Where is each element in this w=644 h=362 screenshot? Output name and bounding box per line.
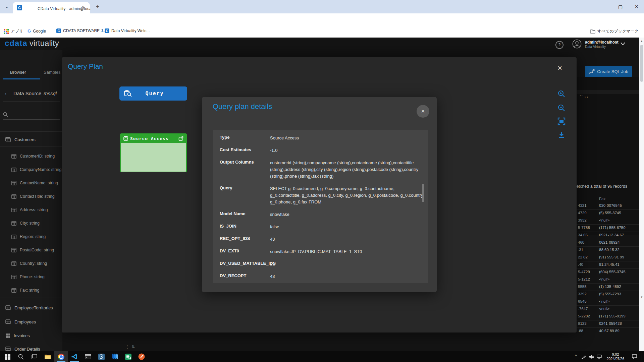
postgresql-icon: [98, 354, 105, 360]
external-link-icon[interactable]: [178, 136, 183, 141]
scroll-down-icon[interactable]: ▼: [640, 296, 643, 299]
zoom-out-icon[interactable]: [557, 104, 566, 112]
start-button[interactable]: [1, 351, 14, 362]
postgresql-button[interactable]: [95, 351, 108, 362]
cdata-favicon-icon: C: [105, 28, 109, 33]
user-name[interactable]: admin@localhost: [585, 40, 619, 45]
windows-logo-icon: [5, 354, 10, 360]
details-row-value: customerid (string),companyname (string)…: [270, 160, 425, 180]
details-row-value: 43: [270, 273, 425, 280]
help-icon[interactable]: ?: [555, 41, 564, 49]
screen: ⌄ C CData Virtuality - admin@locall × + …: [0, 0, 644, 362]
bookmark-google[interactable]: G Google: [28, 28, 46, 34]
details-row-value: -1.0: [270, 147, 425, 154]
plan-connector-line: [153, 101, 153, 133]
details-row-label: DV_RECOPT: [220, 273, 246, 278]
taskbar: ⌃ 9:02 2024/07/26: [0, 351, 644, 362]
query-plan-node-query[interactable]: Query: [119, 86, 187, 101]
cdata-favicon-icon: C: [56, 28, 61, 33]
window-minimize-button[interactable]: —: [602, 4, 607, 9]
show-desktop-divider[interactable]: [642, 353, 642, 361]
modal-close-icon[interactable]: ×: [557, 64, 562, 72]
details-row-value: Source Access: [270, 135, 425, 141]
chevron-down-icon[interactable]: [621, 42, 625, 45]
bookmark-cdata[interactable]: C CDATA SOFTWARE J...: [56, 28, 106, 33]
vscode-icon: [71, 354, 77, 360]
spreadsheet-app-button[interactable]: [121, 351, 135, 362]
bookmark-data-virtuality[interactable]: C Data Virtuality Welc...: [105, 28, 150, 33]
details-row: Query SELECT g_0.customerid, g_0.company…: [220, 185, 420, 205]
source-access-body: [121, 143, 186, 147]
bookmark-label: Data Virtuality Welc...: [111, 28, 150, 33]
logo-virtuality: virtuality: [30, 39, 59, 48]
new-tab-button[interactable]: +: [96, 4, 99, 9]
details-row: Output Columns customerid (string),compa…: [220, 160, 420, 180]
app-header: cdatavirtuality DashboardData Warehouses…: [0, 38, 644, 50]
all-bookmarks-button[interactable]: すべてのブックマーク: [590, 28, 639, 34]
details-row-value: snowflake: [270, 211, 425, 218]
clock-date: 2024/07/26: [603, 357, 628, 361]
tab-search-icon[interactable]: ⌄: [5, 4, 9, 9]
taskbar-search-button[interactable]: [14, 351, 28, 362]
vscode-button[interactable]: [68, 351, 81, 362]
terminal-icon: [85, 354, 91, 359]
bookmarks-bar: アプリ G Google C CDATA SOFTWARE J... C Dat…: [0, 25, 644, 38]
dbeaver-app-button[interactable]: [135, 351, 148, 362]
details-title: Query plan details: [213, 102, 272, 111]
terminal-button[interactable]: [81, 351, 95, 362]
window-maximize-button[interactable]: ▢: [618, 4, 623, 9]
details-scrollbar-thumb[interactable]: [422, 184, 424, 202]
browser-tab[interactable]: C CData Virtuality - admin@locall ×: [13, 2, 90, 13]
logo-cdata: cdata: [5, 39, 28, 48]
zoom-in-icon[interactable]: [557, 90, 566, 98]
ime-pen-icon[interactable]: [582, 355, 586, 359]
download-icon[interactable]: [557, 131, 566, 139]
query-node-label: Query: [132, 90, 177, 97]
query-plan-node-source-access[interactable]: Source Access: [120, 133, 187, 172]
clock-time: 9:02: [603, 352, 628, 357]
apps-grid-icon: [4, 29, 9, 34]
source-access-label: Source Access: [130, 136, 176, 141]
task-view-icon: [32, 354, 37, 360]
details-row-label: DV_EXT0: [220, 248, 239, 253]
taskbar-clock[interactable]: 9:02 2024/07/26: [603, 352, 628, 361]
speaker-mute-icon[interactable]: [589, 355, 594, 359]
details-row: DV_EXT0 snowflake.JP_DV.PUBLIC.MAT_TABLE…: [220, 248, 420, 255]
task-view-button[interactable]: [28, 351, 41, 362]
layers-app-button[interactable]: [108, 351, 121, 362]
details-row-value: 43: [270, 236, 425, 243]
file-explorer-icon: [44, 354, 51, 359]
details-row-label: Type: [220, 135, 229, 140]
network-display-icon[interactable]: [597, 355, 602, 359]
fit-to-screen-icon[interactable]: [557, 117, 566, 125]
chrome-button[interactable]: [54, 351, 68, 362]
page-scrollbar[interactable]: ▲ ▼: [639, 38, 644, 351]
modal-title: Query Plan: [68, 62, 103, 70]
bookmark-label: CDATA SOFTWARE J...: [63, 28, 106, 33]
details-row-value: snowflake.JP_DV.PUBLIC.MAT_TABLE_1_ST0: [270, 248, 425, 255]
bookmark-label: アプリ: [11, 28, 23, 34]
bookmark-label: すべてのブックマーク: [597, 28, 639, 34]
window-close-button[interactable]: ×: [635, 4, 638, 10]
hidden-icons-chevron[interactable]: ⌃: [574, 354, 578, 359]
bookmark-apps[interactable]: アプリ: [4, 28, 23, 34]
details-row: Model Name snowflake: [220, 211, 420, 218]
user-org: Data Virtuality: [585, 45, 606, 49]
database-query-icon: [123, 89, 132, 98]
notification-center-icon[interactable]: [632, 354, 637, 359]
details-row: DV_USED_MATTABLE_IDS 21: [220, 261, 420, 267]
scrollbar-thumb[interactable]: [640, 45, 643, 82]
source-access-header: Source Access: [121, 134, 186, 143]
details-row: IS_JOIN false: [220, 224, 420, 230]
details-row: REC_OPT_IDS 43: [220, 236, 420, 243]
details-row-label: REC_OPT_IDS: [220, 236, 250, 241]
details-close-button[interactable]: ×: [417, 105, 429, 118]
database-icon: [123, 136, 128, 141]
user-avatar-icon[interactable]: [572, 39, 582, 49]
file-explorer-button[interactable]: [41, 351, 54, 362]
search-icon: [18, 354, 24, 360]
app-logo[interactable]: cdatavirtuality: [5, 39, 59, 48]
scroll-up-icon[interactable]: ▲: [640, 40, 643, 43]
tab-close-icon[interactable]: ×: [82, 5, 85, 9]
browser-toolbar: ← → ↻ ⓘ localhost:8080/account/#/u/0/edi…: [0, 13, 644, 25]
